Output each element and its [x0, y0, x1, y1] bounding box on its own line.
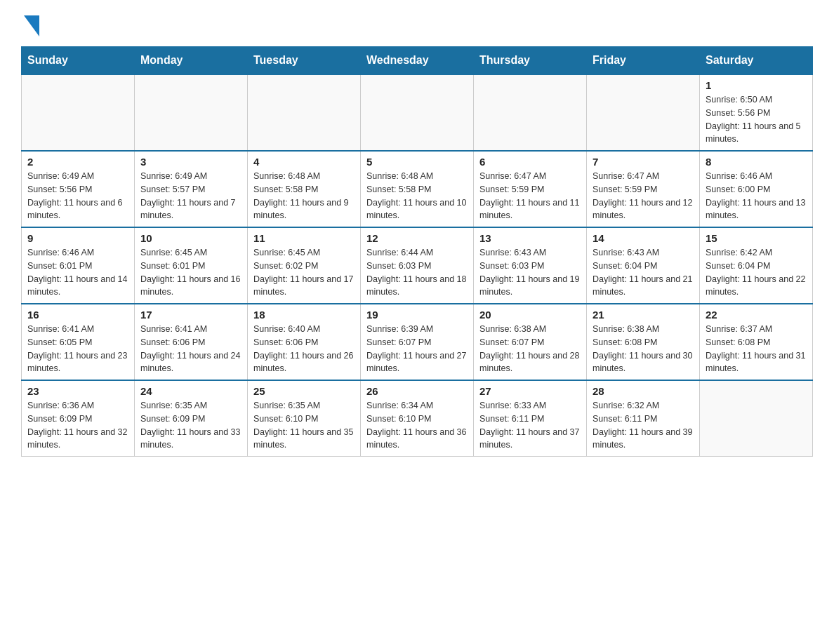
calendar-week-row: 2Sunrise: 6:49 AMSunset: 5:56 PMDaylight… [22, 151, 813, 227]
calendar-cell: 4Sunrise: 6:48 AMSunset: 5:58 PMDaylight… [248, 151, 361, 227]
day-of-week-header: Tuesday [248, 47, 361, 75]
calendar-cell [700, 380, 813, 457]
day-number: 20 [479, 309, 581, 321]
day-number: 2 [27, 156, 128, 168]
page-header [21, 14, 813, 39]
calendar-header-row: SundayMondayTuesdayWednesdayThursdayFrid… [22, 47, 813, 75]
day-info: Sunrise: 6:50 AMSunset: 5:56 PMDaylight:… [706, 93, 807, 146]
day-number: 10 [140, 232, 241, 244]
calendar-cell: 3Sunrise: 6:49 AMSunset: 5:57 PMDaylight… [135, 151, 248, 227]
day-info: Sunrise: 6:43 AMSunset: 6:04 PMDaylight:… [593, 246, 694, 299]
day-info: Sunrise: 6:33 AMSunset: 6:11 PMDaylight:… [479, 399, 581, 452]
day-number: 14 [593, 232, 694, 244]
day-number: 4 [253, 156, 355, 168]
day-info: Sunrise: 6:48 AMSunset: 5:58 PMDaylight:… [366, 170, 468, 222]
calendar-cell: 12Sunrise: 6:44 AMSunset: 6:03 PMDayligh… [361, 227, 474, 304]
calendar-week-row: 16Sunrise: 6:41 AMSunset: 6:05 PMDayligh… [22, 304, 813, 380]
day-info: Sunrise: 6:46 AMSunset: 6:01 PMDaylight:… [27, 246, 128, 299]
day-number: 1 [706, 79, 807, 91]
calendar-cell [587, 74, 700, 151]
calendar-cell: 5Sunrise: 6:48 AMSunset: 5:58 PMDaylight… [361, 151, 474, 227]
calendar-cell: 16Sunrise: 6:41 AMSunset: 6:05 PMDayligh… [22, 304, 135, 380]
day-info: Sunrise: 6:45 AMSunset: 6:02 PMDaylight:… [253, 246, 355, 299]
calendar-cell [361, 74, 474, 151]
day-info: Sunrise: 6:44 AMSunset: 6:03 PMDaylight:… [366, 246, 468, 299]
day-number: 27 [479, 385, 581, 397]
day-info: Sunrise: 6:48 AMSunset: 5:58 PMDaylight:… [253, 170, 355, 222]
day-of-week-header: Sunday [22, 47, 135, 75]
calendar-cell: 9Sunrise: 6:46 AMSunset: 6:01 PMDaylight… [22, 227, 135, 304]
day-number: 5 [366, 156, 468, 168]
calendar-cell: 7Sunrise: 6:47 AMSunset: 5:59 PMDaylight… [587, 151, 700, 227]
svg-marker-0 [24, 15, 39, 36]
calendar-table: SundayMondayTuesdayWednesdayThursdayFrid… [21, 46, 813, 457]
calendar-cell [474, 74, 587, 151]
day-info: Sunrise: 6:39 AMSunset: 6:07 PMDaylight:… [366, 323, 468, 375]
calendar-cell: 1Sunrise: 6:50 AMSunset: 5:56 PMDaylight… [700, 74, 813, 151]
day-number: 23 [27, 385, 128, 397]
day-info: Sunrise: 6:45 AMSunset: 6:01 PMDaylight:… [140, 246, 241, 299]
calendar-cell: 6Sunrise: 6:47 AMSunset: 5:59 PMDaylight… [474, 151, 587, 227]
day-info: Sunrise: 6:47 AMSunset: 5:59 PMDaylight:… [593, 170, 694, 222]
day-info: Sunrise: 6:46 AMSunset: 6:00 PMDaylight:… [706, 170, 807, 222]
calendar-cell: 8Sunrise: 6:46 AMSunset: 6:00 PMDaylight… [700, 151, 813, 227]
day-number: 16 [27, 309, 128, 321]
calendar-cell: 27Sunrise: 6:33 AMSunset: 6:11 PMDayligh… [474, 380, 587, 457]
calendar-cell: 20Sunrise: 6:38 AMSunset: 6:07 PMDayligh… [474, 304, 587, 380]
day-number: 8 [706, 156, 807, 168]
calendar-cell: 17Sunrise: 6:41 AMSunset: 6:06 PMDayligh… [135, 304, 248, 380]
day-info: Sunrise: 6:32 AMSunset: 6:11 PMDaylight:… [593, 399, 694, 452]
calendar-cell: 13Sunrise: 6:43 AMSunset: 6:03 PMDayligh… [474, 227, 587, 304]
day-number: 17 [140, 309, 241, 321]
day-info: Sunrise: 6:35 AMSunset: 6:09 PMDaylight:… [140, 399, 241, 452]
logo [21, 14, 39, 39]
day-info: Sunrise: 6:42 AMSunset: 6:04 PMDaylight:… [706, 246, 807, 299]
day-number: 11 [253, 232, 355, 244]
day-info: Sunrise: 6:49 AMSunset: 5:57 PMDaylight:… [140, 170, 241, 222]
calendar-cell: 24Sunrise: 6:35 AMSunset: 6:09 PMDayligh… [135, 380, 248, 457]
calendar-cell [135, 74, 248, 151]
day-number: 15 [706, 232, 807, 244]
logo-triangle-icon [24, 15, 39, 39]
day-info: Sunrise: 6:41 AMSunset: 6:06 PMDaylight:… [140, 323, 241, 375]
day-of-week-header: Thursday [474, 47, 587, 75]
day-info: Sunrise: 6:47 AMSunset: 5:59 PMDaylight:… [479, 170, 581, 222]
calendar-cell: 22Sunrise: 6:37 AMSunset: 6:08 PMDayligh… [700, 304, 813, 380]
calendar-cell: 18Sunrise: 6:40 AMSunset: 6:06 PMDayligh… [248, 304, 361, 380]
day-number: 9 [27, 232, 128, 244]
day-number: 19 [366, 309, 468, 321]
calendar-cell: 15Sunrise: 6:42 AMSunset: 6:04 PMDayligh… [700, 227, 813, 304]
calendar-cell: 25Sunrise: 6:35 AMSunset: 6:10 PMDayligh… [248, 380, 361, 457]
day-info: Sunrise: 6:36 AMSunset: 6:09 PMDaylight:… [27, 399, 128, 452]
day-number: 26 [366, 385, 468, 397]
calendar-cell: 28Sunrise: 6:32 AMSunset: 6:11 PMDayligh… [587, 380, 700, 457]
calendar-cell: 26Sunrise: 6:34 AMSunset: 6:10 PMDayligh… [361, 380, 474, 457]
calendar-cell: 10Sunrise: 6:45 AMSunset: 6:01 PMDayligh… [135, 227, 248, 304]
day-number: 24 [140, 385, 241, 397]
day-info: Sunrise: 6:37 AMSunset: 6:08 PMDaylight:… [706, 323, 807, 375]
day-of-week-header: Friday [587, 47, 700, 75]
calendar-cell: 14Sunrise: 6:43 AMSunset: 6:04 PMDayligh… [587, 227, 700, 304]
calendar-week-row: 23Sunrise: 6:36 AMSunset: 6:09 PMDayligh… [22, 380, 813, 457]
day-info: Sunrise: 6:35 AMSunset: 6:10 PMDaylight:… [253, 399, 355, 452]
calendar-cell: 21Sunrise: 6:38 AMSunset: 6:08 PMDayligh… [587, 304, 700, 380]
day-info: Sunrise: 6:49 AMSunset: 5:56 PMDaylight:… [27, 170, 128, 222]
day-info: Sunrise: 6:40 AMSunset: 6:06 PMDaylight:… [253, 323, 355, 375]
day-info: Sunrise: 6:43 AMSunset: 6:03 PMDaylight:… [479, 246, 581, 299]
day-of-week-header: Saturday [700, 47, 813, 75]
day-number: 22 [706, 309, 807, 321]
calendar-cell [248, 74, 361, 151]
calendar-cell: 19Sunrise: 6:39 AMSunset: 6:07 PMDayligh… [361, 304, 474, 380]
calendar-cell: 11Sunrise: 6:45 AMSunset: 6:02 PMDayligh… [248, 227, 361, 304]
calendar-cell: 2Sunrise: 6:49 AMSunset: 5:56 PMDaylight… [22, 151, 135, 227]
day-number: 6 [479, 156, 581, 168]
day-number: 18 [253, 309, 355, 321]
day-info: Sunrise: 6:34 AMSunset: 6:10 PMDaylight:… [366, 399, 468, 452]
day-info: Sunrise: 6:38 AMSunset: 6:07 PMDaylight:… [479, 323, 581, 375]
day-number: 13 [479, 232, 581, 244]
calendar-cell [22, 74, 135, 151]
day-number: 12 [366, 232, 468, 244]
day-info: Sunrise: 6:41 AMSunset: 6:05 PMDaylight:… [27, 323, 128, 375]
calendar-cell: 23Sunrise: 6:36 AMSunset: 6:09 PMDayligh… [22, 380, 135, 457]
calendar-week-row: 9Sunrise: 6:46 AMSunset: 6:01 PMDaylight… [22, 227, 813, 304]
